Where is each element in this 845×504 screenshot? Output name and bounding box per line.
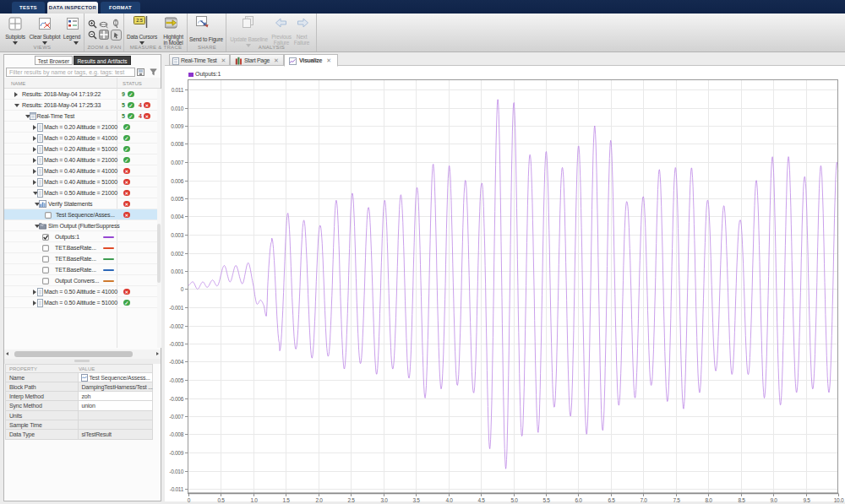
svg-text:0.010: 0.010 [171,106,183,111]
svg-text:7.5: 7.5 [673,497,680,503]
svg-text:0: 0 [188,497,191,503]
svg-text:9.5: 9.5 [803,497,810,503]
svg-text:7.0: 7.0 [640,497,647,503]
svg-text:0: 0 [181,286,184,292]
svg-text:10.0: 10.0 [834,497,844,503]
svg-text:4.5: 4.5 [477,497,485,503]
svg-text:-0.010: -0.010 [169,469,183,474]
svg-text:3.0: 3.0 [380,497,388,503]
svg-text:4.0: 4.0 [445,497,453,503]
svg-text:8.0: 8.0 [705,497,712,503]
svg-text:5.0: 5.0 [510,497,518,503]
svg-text:0.008: 0.008 [171,141,183,147]
svg-text:-0.002: -0.002 [169,323,183,329]
svg-text:2.5: 2.5 [347,497,355,503]
svg-text:5.5: 5.5 [542,497,550,503]
svg-text:3.5: 3.5 [412,497,420,503]
svg-text:-0.011: -0.011 [170,486,184,492]
svg-text:0.002: 0.002 [171,251,183,257]
svg-text:0.003: 0.003 [171,232,183,238]
svg-text:0.009: 0.009 [171,123,183,129]
svg-text:-0.004: -0.004 [169,359,183,365]
svg-text:0.007: 0.007 [171,160,183,165]
svg-text:0.006: 0.006 [171,178,183,184]
svg-text:0.011: 0.011 [172,87,184,93]
svg-text:0.5: 0.5 [217,497,225,503]
svg-text:-0.006: -0.006 [169,396,183,402]
svg-text:8.5: 8.5 [738,497,745,503]
svg-text:6.0: 6.0 [575,497,582,503]
svg-text:-0.001: -0.001 [169,305,183,311]
svg-text:1.0: 1.0 [250,497,258,503]
svg-text:0.005: 0.005 [171,196,183,202]
svg-text:-0.005: -0.005 [169,377,183,383]
svg-text:-0.009: -0.009 [169,450,183,456]
svg-text:0.004: 0.004 [171,214,183,219]
svg-text:0.001: 0.001 [171,268,183,274]
svg-text:-0.008: -0.008 [169,431,183,437]
svg-text:1.5: 1.5 [282,497,290,503]
svg-text:6.5: 6.5 [608,497,615,503]
svg-text:-0.003: -0.003 [169,341,183,347]
svg-text:-0.007: -0.007 [169,414,183,420]
svg-text:2.0: 2.0 [315,497,323,503]
svg-text:9.0: 9.0 [770,497,777,503]
